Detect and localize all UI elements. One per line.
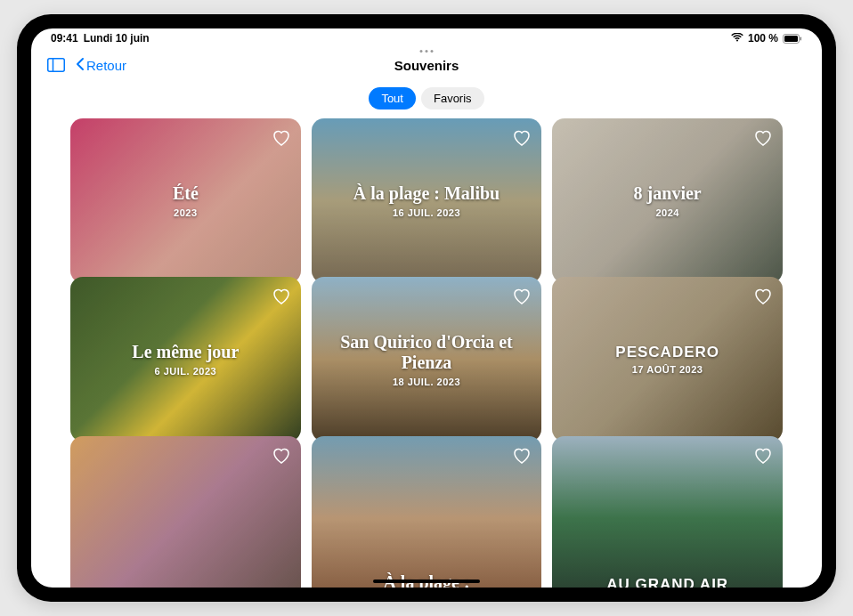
favorite-button[interactable]	[752, 286, 774, 307]
wifi-icon	[731, 32, 743, 45]
memory-title: À la plage : Malibu	[336, 183, 517, 204]
back-button[interactable]: Retour	[76, 57, 126, 74]
memory-card[interactable]: Le même jour 6 JUIL. 2023	[70, 277, 301, 442]
sidebar-toggle-button[interactable]	[47, 58, 65, 72]
memory-date: 17 AOÛT 2023	[632, 364, 703, 375]
favorite-button[interactable]	[511, 127, 532, 149]
memory-date: 18 JUIL. 2023	[393, 377, 460, 387]
status-bar: 09:41 Lundi 10 juin 100 %	[31, 28, 822, 48]
status-time: 09:41	[51, 32, 78, 45]
memory-date: 2023	[174, 207, 197, 218]
back-label: Retour	[86, 58, 126, 73]
memory-card[interactable]: PESCADERO 17 AOÛT 2023	[552, 277, 783, 442]
memory-date: 6 JUIL. 2023	[155, 366, 217, 377]
favorite-button[interactable]	[752, 445, 774, 466]
memory-title: AU GRAND AIR	[589, 576, 746, 588]
memories-grid: Été 2023 À la plage : Malibu 16 JUIL. 20…	[31, 118, 822, 588]
memory-card[interactable]: Été 2023	[70, 118, 301, 283]
svg-rect-2	[800, 36, 802, 40]
screen: 09:41 Lundi 10 juin 100 %	[31, 28, 822, 588]
memory-card[interactable]: San Quirico d'Orcia et Pienza 18 JUIL. 2…	[312, 277, 542, 442]
favorite-button[interactable]	[511, 286, 532, 307]
svg-rect-3	[48, 59, 65, 72]
memory-title: San Quirico d'Orcia et Pienza	[312, 332, 542, 373]
memory-card[interactable]: 8 janvier 2024	[552, 118, 783, 283]
memory-title: PESCADERO	[597, 344, 737, 361]
battery-label: 100 %	[748, 32, 778, 45]
svg-rect-1	[784, 36, 798, 42]
filter-segment-control: Tout Favoris	[31, 82, 822, 118]
ipad-frame: 09:41 Lundi 10 juin 100 %	[17, 14, 836, 602]
memory-title: Été	[155, 183, 216, 204]
segment-favorites[interactable]: Favoris	[421, 87, 484, 109]
favorite-button[interactable]	[271, 286, 292, 307]
favorite-button[interactable]	[271, 445, 292, 466]
favorite-button[interactable]	[752, 127, 774, 149]
memory-title: Le même jour	[114, 342, 256, 362]
segment-all[interactable]: Tout	[369, 87, 416, 109]
status-date: Lundi 10 juin	[84, 32, 150, 45]
chevron-left-icon	[76, 57, 85, 74]
page-title: Souvenirs	[394, 58, 459, 73]
memory-card[interactable]: À la plage : Malibu 16 JUIL. 2023	[312, 118, 542, 283]
favorite-button[interactable]	[271, 127, 292, 149]
memory-date: 2024	[655, 207, 678, 218]
battery-icon	[783, 34, 802, 44]
memory-card[interactable]: AU GRAND AIR	[552, 436, 783, 588]
favorite-button[interactable]	[511, 445, 532, 466]
home-indicator[interactable]	[373, 580, 480, 583]
memory-title: 8 janvier	[616, 183, 719, 204]
memory-card[interactable]	[70, 436, 301, 588]
memory-date: 16 JUIL. 2023	[393, 207, 460, 218]
navigation-bar: Retour Souvenirs	[31, 48, 822, 82]
memory-card[interactable]: À la plage :	[312, 436, 542, 588]
